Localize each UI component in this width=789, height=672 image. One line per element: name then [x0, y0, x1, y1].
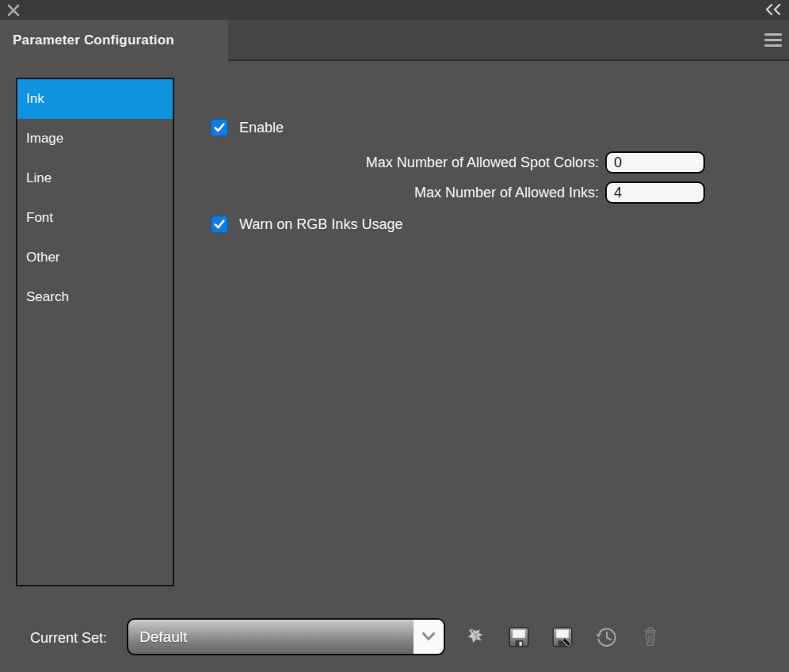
parameter-configuration-panel: Parameter Configuration Ink Image Line F… [0, 0, 789, 672]
sidebar-item-image[interactable]: Image [17, 119, 173, 158]
close-icon[interactable] [6, 3, 21, 17]
chevron-down-icon [421, 632, 436, 642]
tab-parameter-configuration[interactable]: Parameter Configuration [0, 20, 228, 61]
current-set-dropdown[interactable]: Default [127, 618, 445, 655]
enable-checkbox[interactable] [211, 119, 228, 136]
max-spot-colors-label: Max Number of Allowed Spot Colors: [238, 155, 599, 171]
checkmark-icon [213, 121, 226, 134]
warn-rgb-label: Warn on RGB Inks Usage [239, 216, 402, 233]
max-spot-colors-input[interactable] [605, 151, 705, 174]
max-inks-input[interactable] [605, 181, 705, 204]
crumpled-paper-icon[interactable] [464, 625, 488, 649]
delete-set-trash-icon[interactable] [638, 625, 662, 649]
warn-rgb-checkbox[interactable] [211, 216, 228, 233]
menu-bar [764, 44, 782, 47]
dropdown-button[interactable] [414, 620, 444, 654]
enable-label: Enable [239, 119, 284, 136]
menu-bar [764, 39, 782, 41]
tab-title: Parameter Configuration [13, 32, 174, 48]
save-set-as-icon[interactable] [551, 625, 574, 649]
category-list: Ink Image Line Font Other Search [16, 78, 174, 586]
tabstrip-divider [228, 59, 789, 61]
sidebar-item-other[interactable]: Other [17, 238, 173, 277]
panel-menu-icon[interactable] [764, 33, 782, 47]
max-inks-label: Max Number of Allowed Inks: [238, 185, 599, 201]
sidebar-item-search[interactable]: Search [17, 277, 173, 317]
window-titlebar [0, 0, 789, 20]
sidebar-item-ink[interactable]: Ink [17, 79, 173, 119]
sidebar-item-font[interactable]: Font [17, 198, 173, 238]
checkmark-icon [213, 218, 226, 231]
save-set-icon[interactable] [507, 625, 531, 649]
sidebar-item-line[interactable]: Line [17, 158, 173, 198]
menu-bar [764, 33, 782, 36]
tabstrip-background [228, 20, 789, 59]
current-set-value: Default [128, 620, 414, 654]
collapse-double-chevron-icon[interactable] [764, 2, 783, 17]
current-set-label: Current Set: [30, 630, 107, 647]
history-icon[interactable] [594, 625, 618, 649]
